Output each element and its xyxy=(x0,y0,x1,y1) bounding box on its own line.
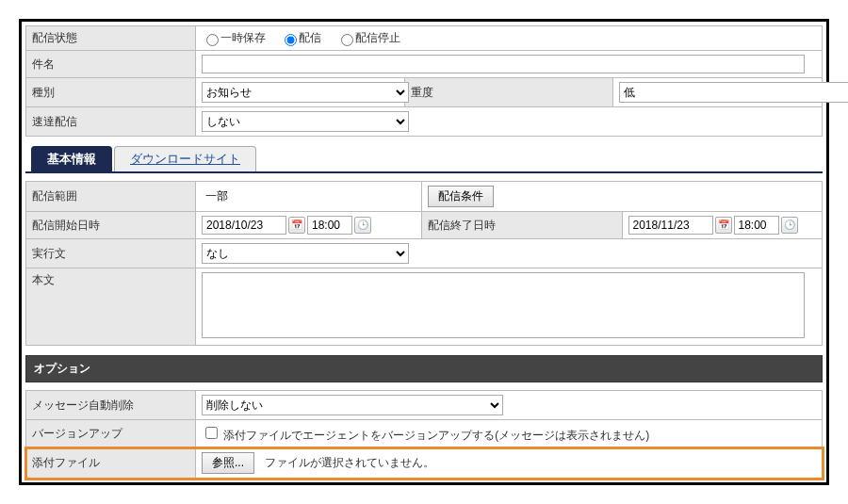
clock-icon[interactable]: 🕒 xyxy=(781,217,798,234)
express-cell: しない xyxy=(196,107,823,137)
end-time-input[interactable] xyxy=(734,216,779,235)
start-time-input[interactable] xyxy=(307,216,352,235)
type-cell: お知らせ xyxy=(196,78,405,107)
body-label: 本文 xyxy=(26,268,196,346)
option-table: メッセージ自動削除 削除しない バージョンアップ 添付ファイルでエージェントをバ… xyxy=(25,390,823,479)
tab-download[interactable]: ダウンロードサイト xyxy=(114,146,256,171)
basic-table: 配信範囲 配信条件 配信開始日時 📅 🕒 xyxy=(25,181,823,346)
status-label: 配信状態 xyxy=(26,26,196,51)
autodel-label: メッセージ自動削除 xyxy=(26,391,196,420)
express-select[interactable]: しない xyxy=(202,111,409,132)
subject-label: 件名 xyxy=(26,51,196,78)
scope-btn-cell: 配信条件 xyxy=(422,182,823,212)
upgrade-checkbox-label[interactable]: 添付ファイルでエージェントをバージョンアップする(メッセージは表示されません) xyxy=(202,429,649,442)
start-label: 配信開始日時 xyxy=(26,212,196,239)
browse-button[interactable]: 参照... xyxy=(202,452,254,474)
exec-label: 実行文 xyxy=(26,239,196,268)
scope-label: 配信範囲 xyxy=(26,182,196,212)
calendar-icon[interactable]: 📅 xyxy=(288,217,305,234)
subject-input[interactable] xyxy=(202,55,805,73)
severity-cell: 低 xyxy=(613,78,823,107)
exec-cell: なし xyxy=(196,239,823,268)
subject-cell xyxy=(196,51,823,78)
end-cell: 📅 🕒 xyxy=(622,212,823,239)
end-date-input[interactable] xyxy=(628,216,713,235)
body-textarea[interactable] xyxy=(202,272,805,338)
radio-deliver[interactable]: 配信 xyxy=(280,31,321,44)
start-date-input[interactable] xyxy=(202,216,286,235)
status-radios-cell: 一時保存 配信 配信停止 xyxy=(196,26,823,51)
autodel-cell: 削除しない xyxy=(196,391,823,420)
top-form-table: 配信状態 一時保存 配信 配信停止 件名 種別 お知らせ 重度 xyxy=(25,25,823,137)
attach-cell: 参照... ファイルが選択されていません。 xyxy=(196,448,823,479)
severity-select[interactable]: 低 xyxy=(619,82,848,103)
scope-button[interactable]: 配信条件 xyxy=(428,186,494,207)
calendar-icon[interactable]: 📅 xyxy=(715,217,732,234)
scope-value xyxy=(202,187,409,206)
option-header: オプション xyxy=(25,355,823,382)
tab-basic[interactable]: 基本情報 xyxy=(31,146,112,171)
autodel-select[interactable]: 削除しない xyxy=(202,395,503,415)
exec-select[interactable]: なし xyxy=(202,243,409,264)
body-cell xyxy=(196,268,823,346)
upgrade-label: バージョンアップ xyxy=(26,420,196,448)
end-label: 配信終了日時 xyxy=(422,212,623,239)
type-label: 種別 xyxy=(26,78,196,107)
start-cell: 📅 🕒 xyxy=(196,212,422,239)
severity-label: 重度 xyxy=(404,78,613,107)
upgrade-checkbox[interactable] xyxy=(205,427,218,439)
radio-stop[interactable]: 配信停止 xyxy=(336,31,400,44)
clock-icon[interactable]: 🕒 xyxy=(354,217,371,234)
tabs: 基本情報 ダウンロードサイト xyxy=(25,146,823,173)
radio-temp[interactable]: 一時保存 xyxy=(202,31,266,44)
attach-label: 添付ファイル xyxy=(26,448,196,479)
type-select[interactable]: お知らせ xyxy=(202,82,409,103)
express-label: 速達配信 xyxy=(26,107,196,137)
app-frame: 配信状態 一時保存 配信 配信停止 件名 種別 お知らせ 重度 xyxy=(19,19,829,485)
upgrade-cell: 添付ファイルでエージェントをバージョンアップする(メッセージは表示されません) xyxy=(196,420,823,448)
attach-status-text: ファイルが選択されていません。 xyxy=(265,456,434,469)
scope-cell xyxy=(196,182,422,212)
